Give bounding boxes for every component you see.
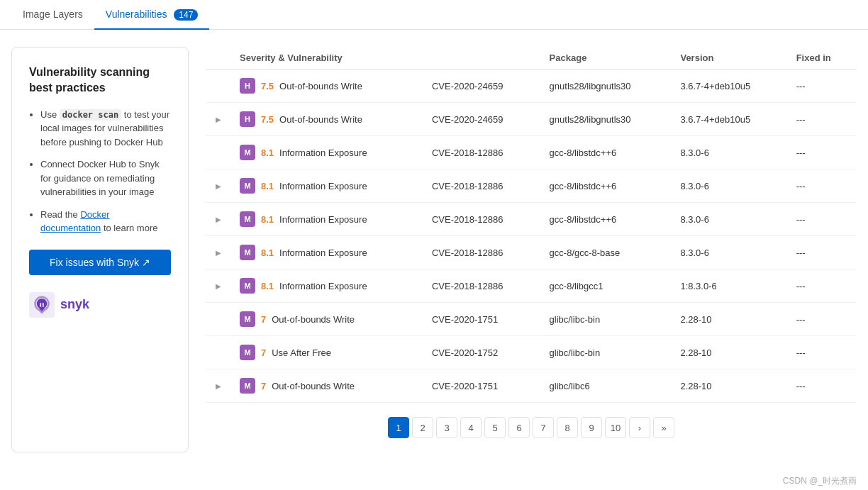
severity-score: 7: [261, 314, 266, 325]
fixed-in-value: ---: [788, 69, 857, 103]
severity-score: 8.1: [261, 181, 274, 191]
expand-cell[interactable]: ▶: [206, 269, 231, 303]
version-header: Version: [672, 47, 787, 69]
cve-id: CVE-2018-12886: [423, 269, 541, 303]
expand-cell: [206, 69, 231, 103]
expand-button[interactable]: ▶: [214, 281, 223, 291]
table-row[interactable]: ▶ M 7 Out-of-bounds Write CVE-2020-1751 …: [206, 369, 857, 403]
severity-badge: H: [240, 111, 255, 127]
severity-name: Information Exposure: [279, 214, 367, 225]
cve-id: CVE-2020-24659: [423, 103, 541, 136]
sidebar-item-3: Read the Docker documentation to learn m…: [40, 208, 171, 235]
severity-score: 7: [261, 381, 266, 391]
package-name: gnutls28/libgnutls30: [541, 103, 672, 136]
severity-badge: M: [240, 345, 255, 360]
version-value: 1:8.3.0-6: [672, 269, 787, 303]
expand-button[interactable]: ▶: [214, 214, 223, 225]
severity-badge: M: [240, 378, 255, 394]
cve-id: CVE-2018-12886: [423, 236, 541, 269]
expand-cell: [206, 303, 231, 336]
sidebar-panel: Vulnerability scanning best practices Us…: [11, 47, 189, 452]
expand-button[interactable]: ▶: [214, 114, 223, 125]
fixed-in-header: Fixed in: [788, 47, 857, 69]
package-name: glibc/libc-bin: [541, 303, 672, 336]
table-row[interactable]: ▶ H 7.5 Out-of-bounds Write CVE-2020-246…: [206, 103, 857, 136]
expand-col-header: [206, 47, 231, 69]
sidebar-list: Use docker scan to test your local image…: [29, 108, 171, 235]
table-row[interactable]: ▶ M 8.1 Information Exposure CVE-2018-12…: [206, 203, 857, 236]
expand-button[interactable]: ▶: [214, 247, 223, 258]
version-value: 2.28-10: [672, 303, 787, 336]
expand-cell[interactable]: ▶: [206, 203, 231, 236]
fix-issues-button[interactable]: Fix issues with Snyk ↗: [29, 250, 171, 275]
version-value: 8.3.0-6: [672, 136, 787, 169]
package-name: glibc/libc6: [541, 369, 672, 403]
severity-badge: M: [240, 211, 255, 227]
package-header: Package: [541, 47, 672, 69]
tab-vulnerabilities[interactable]: Vulnerabilities 147: [94, 0, 210, 30]
vulnerabilities-table-container: Severity & Vulnerability Package Version…: [206, 47, 857, 452]
table-row[interactable]: ▶ M 8.1 Information Exposure CVE-2018-12…: [206, 236, 857, 269]
fixed-in-value: ---: [788, 269, 857, 303]
severity-name: Information Exposure: [279, 181, 367, 191]
page-9-button[interactable]: 9: [581, 417, 602, 438]
severity-name: Out-of-bounds Write: [279, 81, 362, 91]
severity-name: Out-of-bounds Write: [279, 114, 362, 125]
severity-score: 7: [261, 347, 266, 358]
package-name: gcc-8/libstdc++6: [541, 136, 672, 169]
fixed-in-value: ---: [788, 369, 857, 403]
fixed-in-value: ---: [788, 236, 857, 269]
cve-id: CVE-2018-12886: [423, 169, 541, 203]
severity-name: Out-of-bounds Write: [272, 314, 355, 325]
page-7-button[interactable]: 7: [533, 417, 554, 438]
severity-cell: M 8.1 Information Exposure: [231, 203, 423, 236]
last-page-button[interactable]: »: [653, 417, 674, 438]
severity-cell: M 8.1 Information Exposure: [231, 236, 423, 269]
expand-cell[interactable]: ▶: [206, 103, 231, 136]
page-2-button[interactable]: 2: [412, 417, 433, 438]
severity-cell: M 8.1 Information Exposure: [231, 136, 423, 169]
next-page-button[interactable]: ›: [629, 417, 650, 438]
version-value: 2.28-10: [672, 369, 787, 403]
severity-badge: M: [240, 145, 255, 160]
severity-name: Information Exposure: [279, 281, 367, 291]
page-8-button[interactable]: 8: [557, 417, 578, 438]
severity-cell: M 7 Out-of-bounds Write: [231, 303, 423, 336]
snyk-icon: [29, 292, 55, 318]
version-value: 8.3.0-6: [672, 203, 787, 236]
package-name: gcc-8/libstdc++6: [541, 203, 672, 236]
table-row: M 7 Out-of-bounds Write CVE-2020-1751 gl…: [206, 303, 857, 336]
page-1-button[interactable]: 1: [388, 417, 409, 438]
expand-button[interactable]: ▶: [214, 181, 223, 191]
table-row: M 8.1 Information Exposure CVE-2018-1288…: [206, 136, 857, 169]
version-value: 8.3.0-6: [672, 169, 787, 203]
watermark: CSDN @_时光煮雨: [0, 469, 868, 490]
tab-image-layers[interactable]: Image Layers: [11, 0, 94, 30]
cve-id: CVE-2018-12886: [423, 203, 541, 236]
page-3-button[interactable]: 3: [436, 417, 457, 438]
page-10-button[interactable]: 10: [605, 417, 626, 438]
severity-cell: H 7.5 Out-of-bounds Write: [231, 103, 423, 136]
sidebar-item-2: Connect Docker Hub to Snyk for guidance …: [40, 157, 171, 199]
expand-cell: [206, 136, 231, 169]
sidebar-item-1: Use docker scan to test your local image…: [40, 108, 171, 150]
table-row: H 7.5 Out-of-bounds Write CVE-2020-24659…: [206, 69, 857, 103]
page-5-button[interactable]: 5: [484, 417, 506, 438]
snyk-logo: snyk: [29, 292, 171, 318]
vulnerability-count-badge: 147: [174, 9, 198, 21]
page-6-button[interactable]: 6: [508, 417, 530, 438]
severity-name: Information Exposure: [279, 147, 367, 158]
table-row[interactable]: ▶ M 8.1 Information Exposure CVE-2018-12…: [206, 169, 857, 203]
cve-id: CVE-2020-1751: [423, 369, 541, 403]
expand-cell[interactable]: ▶: [206, 236, 231, 269]
page-4-button[interactable]: 4: [460, 417, 482, 438]
docker-docs-link[interactable]: Docker documentation: [40, 209, 110, 234]
cve-id: CVE-2020-1752: [423, 336, 541, 369]
table-row[interactable]: ▶ M 8.1 Information Exposure CVE-2018-12…: [206, 269, 857, 303]
severity-badge: M: [240, 245, 255, 260]
fixed-in-value: ---: [788, 203, 857, 236]
severity-score: 8.1: [261, 247, 274, 258]
expand-button[interactable]: ▶: [214, 381, 223, 391]
expand-cell[interactable]: ▶: [206, 169, 231, 203]
expand-cell[interactable]: ▶: [206, 369, 231, 403]
